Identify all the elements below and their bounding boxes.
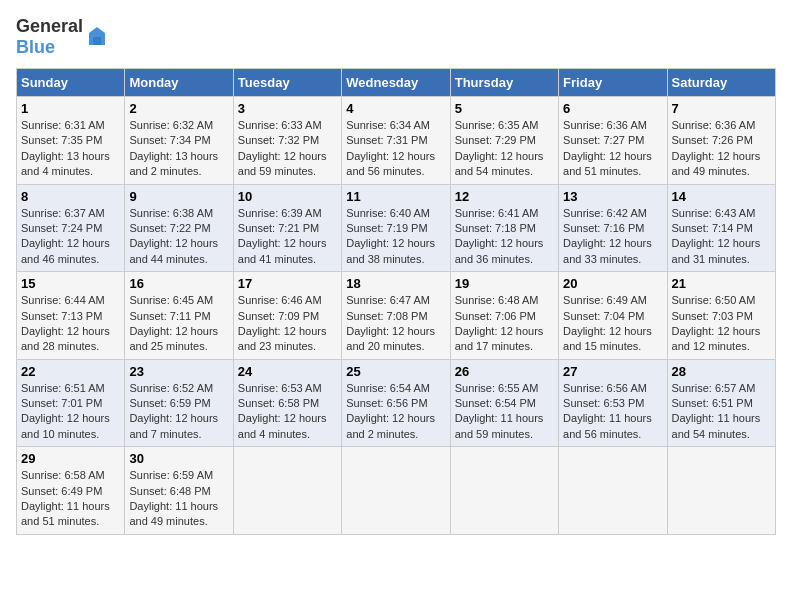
day-detail: Sunrise: 6:39 AM Sunset: 7:21 PM Dayligh… [238, 206, 337, 268]
calendar-cell: 1 Sunrise: 6:31 AM Sunset: 7:35 PM Dayli… [17, 97, 125, 185]
day-number: 7 [672, 101, 771, 116]
calendar-cell: 14 Sunrise: 6:43 AM Sunset: 7:14 PM Dayl… [667, 184, 775, 272]
calendar-cell: 19 Sunrise: 6:48 AM Sunset: 7:06 PM Dayl… [450, 272, 558, 360]
day-number: 8 [21, 189, 120, 204]
column-header-friday: Friday [559, 69, 667, 97]
calendar-cell: 7 Sunrise: 6:36 AM Sunset: 7:26 PM Dayli… [667, 97, 775, 185]
calendar-cell: 22 Sunrise: 6:51 AM Sunset: 7:01 PM Dayl… [17, 359, 125, 447]
day-detail: Sunrise: 6:41 AM Sunset: 7:18 PM Dayligh… [455, 206, 554, 268]
day-number: 18 [346, 276, 445, 291]
day-number: 3 [238, 101, 337, 116]
calendar-cell: 12 Sunrise: 6:41 AM Sunset: 7:18 PM Dayl… [450, 184, 558, 272]
calendar-cell: 23 Sunrise: 6:52 AM Sunset: 6:59 PM Dayl… [125, 359, 233, 447]
day-detail: Sunrise: 6:36 AM Sunset: 7:26 PM Dayligh… [672, 118, 771, 180]
calendar-cell: 11 Sunrise: 6:40 AM Sunset: 7:19 PM Dayl… [342, 184, 450, 272]
day-detail: Sunrise: 6:59 AM Sunset: 6:48 PM Dayligh… [129, 468, 228, 530]
calendar-cell: 27 Sunrise: 6:56 AM Sunset: 6:53 PM Dayl… [559, 359, 667, 447]
calendar-cell: 20 Sunrise: 6:49 AM Sunset: 7:04 PM Dayl… [559, 272, 667, 360]
calendar-cell: 28 Sunrise: 6:57 AM Sunset: 6:51 PM Dayl… [667, 359, 775, 447]
day-detail: Sunrise: 6:40 AM Sunset: 7:19 PM Dayligh… [346, 206, 445, 268]
logo-text: General Blue [16, 16, 83, 58]
day-number: 2 [129, 101, 228, 116]
day-detail: Sunrise: 6:53 AM Sunset: 6:58 PM Dayligh… [238, 381, 337, 443]
column-header-saturday: Saturday [667, 69, 775, 97]
day-detail: Sunrise: 6:42 AM Sunset: 7:16 PM Dayligh… [563, 206, 662, 268]
calendar-cell: 5 Sunrise: 6:35 AM Sunset: 7:29 PM Dayli… [450, 97, 558, 185]
day-detail: Sunrise: 6:49 AM Sunset: 7:04 PM Dayligh… [563, 293, 662, 355]
day-detail: Sunrise: 6:44 AM Sunset: 7:13 PM Dayligh… [21, 293, 120, 355]
calendar-cell: 18 Sunrise: 6:47 AM Sunset: 7:08 PM Dayl… [342, 272, 450, 360]
calendar-cell [667, 447, 775, 535]
day-number: 1 [21, 101, 120, 116]
logo-general: General [16, 16, 83, 36]
day-detail: Sunrise: 6:35 AM Sunset: 7:29 PM Dayligh… [455, 118, 554, 180]
calendar-week-1: 1 Sunrise: 6:31 AM Sunset: 7:35 PM Dayli… [17, 97, 776, 185]
day-detail: Sunrise: 6:47 AM Sunset: 7:08 PM Dayligh… [346, 293, 445, 355]
day-number: 15 [21, 276, 120, 291]
day-number: 26 [455, 364, 554, 379]
day-detail: Sunrise: 6:52 AM Sunset: 6:59 PM Dayligh… [129, 381, 228, 443]
day-number: 24 [238, 364, 337, 379]
calendar-cell: 13 Sunrise: 6:42 AM Sunset: 7:16 PM Dayl… [559, 184, 667, 272]
day-detail: Sunrise: 6:37 AM Sunset: 7:24 PM Dayligh… [21, 206, 120, 268]
calendar-cell: 25 Sunrise: 6:54 AM Sunset: 6:56 PM Dayl… [342, 359, 450, 447]
calendar-cell: 3 Sunrise: 6:33 AM Sunset: 7:32 PM Dayli… [233, 97, 341, 185]
day-number: 25 [346, 364, 445, 379]
column-header-wednesday: Wednesday [342, 69, 450, 97]
calendar-header-row: SundayMondayTuesdayWednesdayThursdayFrid… [17, 69, 776, 97]
day-number: 6 [563, 101, 662, 116]
day-detail: Sunrise: 6:57 AM Sunset: 6:51 PM Dayligh… [672, 381, 771, 443]
day-number: 23 [129, 364, 228, 379]
day-number: 28 [672, 364, 771, 379]
calendar-cell: 30 Sunrise: 6:59 AM Sunset: 6:48 PM Dayl… [125, 447, 233, 535]
day-detail: Sunrise: 6:32 AM Sunset: 7:34 PM Dayligh… [129, 118, 228, 180]
calendar-cell: 4 Sunrise: 6:34 AM Sunset: 7:31 PM Dayli… [342, 97, 450, 185]
day-detail: Sunrise: 6:33 AM Sunset: 7:32 PM Dayligh… [238, 118, 337, 180]
calendar-week-3: 15 Sunrise: 6:44 AM Sunset: 7:13 PM Dayl… [17, 272, 776, 360]
day-detail: Sunrise: 6:36 AM Sunset: 7:27 PM Dayligh… [563, 118, 662, 180]
calendar-cell: 15 Sunrise: 6:44 AM Sunset: 7:13 PM Dayl… [17, 272, 125, 360]
day-detail: Sunrise: 6:45 AM Sunset: 7:11 PM Dayligh… [129, 293, 228, 355]
calendar-cell: 6 Sunrise: 6:36 AM Sunset: 7:27 PM Dayli… [559, 97, 667, 185]
column-header-sunday: Sunday [17, 69, 125, 97]
logo-icon [85, 25, 109, 49]
day-detail: Sunrise: 6:43 AM Sunset: 7:14 PM Dayligh… [672, 206, 771, 268]
day-detail: Sunrise: 6:51 AM Sunset: 7:01 PM Dayligh… [21, 381, 120, 443]
day-detail: Sunrise: 6:31 AM Sunset: 7:35 PM Dayligh… [21, 118, 120, 180]
column-header-monday: Monday [125, 69, 233, 97]
day-number: 21 [672, 276, 771, 291]
day-detail: Sunrise: 6:56 AM Sunset: 6:53 PM Dayligh… [563, 381, 662, 443]
calendar-cell: 17 Sunrise: 6:46 AM Sunset: 7:09 PM Dayl… [233, 272, 341, 360]
page-header: General Blue [16, 16, 776, 58]
day-detail: Sunrise: 6:58 AM Sunset: 6:49 PM Dayligh… [21, 468, 120, 530]
calendar-cell: 10 Sunrise: 6:39 AM Sunset: 7:21 PM Dayl… [233, 184, 341, 272]
day-number: 19 [455, 276, 554, 291]
day-number: 14 [672, 189, 771, 204]
calendar-cell: 29 Sunrise: 6:58 AM Sunset: 6:49 PM Dayl… [17, 447, 125, 535]
column-header-tuesday: Tuesday [233, 69, 341, 97]
calendar-cell: 26 Sunrise: 6:55 AM Sunset: 6:54 PM Dayl… [450, 359, 558, 447]
day-number: 16 [129, 276, 228, 291]
calendar-cell [559, 447, 667, 535]
calendar-body: 1 Sunrise: 6:31 AM Sunset: 7:35 PM Dayli… [17, 97, 776, 535]
calendar-cell: 2 Sunrise: 6:32 AM Sunset: 7:34 PM Dayli… [125, 97, 233, 185]
day-number: 11 [346, 189, 445, 204]
calendar-cell: 8 Sunrise: 6:37 AM Sunset: 7:24 PM Dayli… [17, 184, 125, 272]
day-number: 12 [455, 189, 554, 204]
calendar-table: SundayMondayTuesdayWednesdayThursdayFrid… [16, 68, 776, 535]
day-number: 17 [238, 276, 337, 291]
day-detail: Sunrise: 6:38 AM Sunset: 7:22 PM Dayligh… [129, 206, 228, 268]
day-detail: Sunrise: 6:50 AM Sunset: 7:03 PM Dayligh… [672, 293, 771, 355]
day-number: 9 [129, 189, 228, 204]
day-number: 29 [21, 451, 120, 466]
day-number: 13 [563, 189, 662, 204]
day-number: 30 [129, 451, 228, 466]
day-detail: Sunrise: 6:48 AM Sunset: 7:06 PM Dayligh… [455, 293, 554, 355]
logo-blue: Blue [16, 37, 55, 57]
day-number: 10 [238, 189, 337, 204]
calendar-week-2: 8 Sunrise: 6:37 AM Sunset: 7:24 PM Dayli… [17, 184, 776, 272]
calendar-cell: 24 Sunrise: 6:53 AM Sunset: 6:58 PM Dayl… [233, 359, 341, 447]
day-number: 22 [21, 364, 120, 379]
column-header-thursday: Thursday [450, 69, 558, 97]
day-number: 4 [346, 101, 445, 116]
